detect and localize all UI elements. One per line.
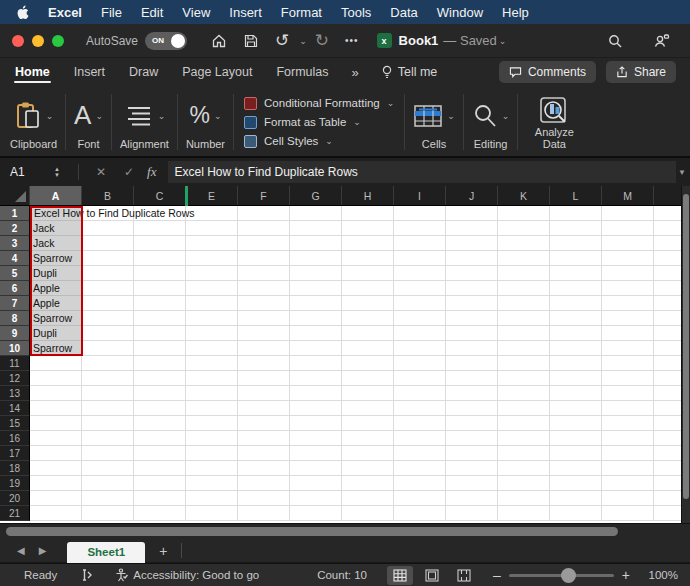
cell-J12[interactable] — [446, 371, 498, 386]
cell-J17[interactable] — [446, 446, 498, 461]
cell-C2[interactable] — [134, 221, 186, 236]
cell-F19[interactable] — [238, 476, 290, 491]
cell-F2[interactable] — [238, 221, 290, 236]
cell-I9[interactable] — [394, 326, 446, 341]
column-header-G[interactable]: G — [290, 186, 342, 205]
tab-overflow-icon[interactable]: » — [351, 65, 358, 80]
cell-L13[interactable] — [550, 386, 602, 401]
zoom-out-button[interactable]: – — [493, 567, 501, 583]
cell-M13[interactable] — [602, 386, 654, 401]
cell-A9[interactable]: Dupli — [30, 326, 82, 341]
cell-H9[interactable] — [342, 326, 394, 341]
cell-M11[interactable] — [602, 356, 654, 371]
more-commands-icon[interactable]: ••• — [345, 35, 359, 46]
row-header-15[interactable]: 15 — [0, 416, 30, 431]
cell-M4[interactable] — [602, 251, 654, 266]
cell-F13[interactable] — [238, 386, 290, 401]
cell-C8[interactable] — [134, 311, 186, 326]
apple-menu-icon[interactable] — [16, 5, 29, 20]
enter-icon[interactable]: ✓ — [124, 165, 134, 179]
cell-E17[interactable] — [186, 446, 238, 461]
page-break-view-button[interactable] — [451, 566, 477, 585]
cell-H12[interactable] — [342, 371, 394, 386]
cell-H1[interactable] — [342, 206, 394, 221]
cell-C16[interactable] — [134, 431, 186, 446]
cell-partial-17[interactable] — [654, 446, 681, 461]
cell-L17[interactable] — [550, 446, 602, 461]
cell-partial-4[interactable] — [654, 251, 681, 266]
cell-E11[interactable] — [186, 356, 238, 371]
insert-function-icon[interactable]: fx — [147, 164, 156, 180]
cell-L3[interactable] — [550, 236, 602, 251]
cell-E19[interactable] — [186, 476, 238, 491]
cell-partial-13[interactable] — [654, 386, 681, 401]
cell-partial-2[interactable] — [654, 221, 681, 236]
cell-I11[interactable] — [394, 356, 446, 371]
cell-E12[interactable] — [186, 371, 238, 386]
row-header-6[interactable]: 6 — [0, 281, 30, 296]
cell-A4[interactable]: Sparrow — [30, 251, 82, 266]
cell-B19[interactable] — [82, 476, 134, 491]
cell-C18[interactable] — [134, 461, 186, 476]
cell-E2[interactable] — [186, 221, 238, 236]
cell-G17[interactable] — [290, 446, 342, 461]
cell-partial-14[interactable] — [654, 401, 681, 416]
cell-K6[interactable] — [498, 281, 550, 296]
cell-A6[interactable]: Apple — [30, 281, 82, 296]
cell-A15[interactable] — [30, 416, 82, 431]
cell-H14[interactable] — [342, 401, 394, 416]
cell-I4[interactable] — [394, 251, 446, 266]
format-as-table-button[interactable]: Format as Table ⌄ — [244, 116, 394, 129]
cell-B18[interactable] — [82, 461, 134, 476]
row-header-18[interactable]: 18 — [0, 461, 30, 476]
cell-E20[interactable] — [186, 491, 238, 506]
cell-F11[interactable] — [238, 356, 290, 371]
cell-styles-button[interactable]: Cell Styles ⌄ — [244, 135, 394, 148]
row-header-9[interactable]: 9 — [0, 326, 30, 341]
cell-I13[interactable] — [394, 386, 446, 401]
cell-J5[interactable] — [446, 266, 498, 281]
tab-formulas[interactable]: Formulas — [275, 60, 329, 84]
cell-E21[interactable] — [186, 506, 238, 521]
cell-H21[interactable] — [342, 506, 394, 521]
cell-B4[interactable] — [82, 251, 134, 266]
cell-I6[interactable] — [394, 281, 446, 296]
cell-I20[interactable] — [394, 491, 446, 506]
cell-C4[interactable] — [134, 251, 186, 266]
cell-E1[interactable] — [186, 206, 238, 221]
column-header-L[interactable]: L — [550, 186, 602, 205]
next-sheet-icon[interactable]: ▶ — [39, 545, 47, 556]
normal-view-button[interactable] — [387, 566, 413, 585]
cell-H15[interactable] — [342, 416, 394, 431]
cell-C12[interactable] — [134, 371, 186, 386]
cell-A17[interactable] — [30, 446, 82, 461]
cell-C6[interactable] — [134, 281, 186, 296]
cell-H17[interactable] — [342, 446, 394, 461]
cell-G21[interactable] — [290, 506, 342, 521]
cell-J16[interactable] — [446, 431, 498, 446]
cell-K8[interactable] — [498, 311, 550, 326]
cell-G5[interactable] — [290, 266, 342, 281]
cell-I21[interactable] — [394, 506, 446, 521]
cell-A5[interactable]: Dupli — [30, 266, 82, 281]
undo-chevron-icon[interactable]: ⌄ — [299, 36, 307, 46]
tab-home[interactable]: Home — [14, 60, 51, 84]
cell-I7[interactable] — [394, 296, 446, 311]
cell-B9[interactable] — [82, 326, 134, 341]
cell-C7[interactable] — [134, 296, 186, 311]
cell-K12[interactable] — [498, 371, 550, 386]
cell-partial-8[interactable] — [654, 311, 681, 326]
cell-partial-10[interactable] — [654, 341, 681, 356]
cell-J9[interactable] — [446, 326, 498, 341]
cell-C5[interactable] — [134, 266, 186, 281]
cells-group[interactable]: ⌄ Cells — [405, 90, 463, 154]
cell-F5[interactable] — [238, 266, 290, 281]
row-header-12[interactable]: 12 — [0, 371, 30, 386]
cell-E10[interactable] — [186, 341, 238, 356]
share-button[interactable]: Share — [606, 61, 676, 83]
cell-A21[interactable] — [30, 506, 82, 521]
cell-A14[interactable] — [30, 401, 82, 416]
cell-C19[interactable] — [134, 476, 186, 491]
cell-K13[interactable] — [498, 386, 550, 401]
cell-L18[interactable] — [550, 461, 602, 476]
